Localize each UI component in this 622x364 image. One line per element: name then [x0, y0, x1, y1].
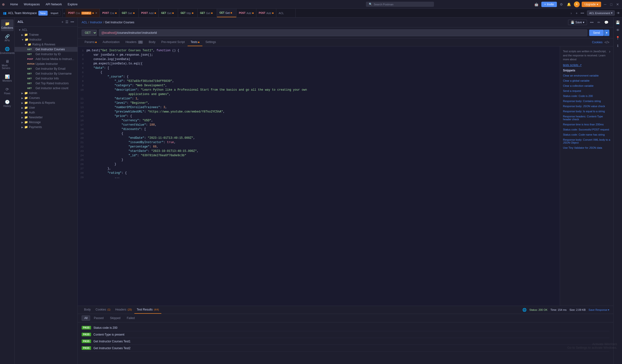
new-button[interactable]: New	[39, 11, 48, 16]
tree-item-get-active-count[interactable]: GET Get instuctor active count	[15, 86, 78, 91]
send-button[interactable]: Send	[589, 30, 604, 36]
tree-item-get-instructor-by-id[interactable]: GET Get Instructor by ID	[15, 52, 78, 57]
tab-1[interactable]: POST Cre	[100, 9, 119, 17]
resp-tab-headers[interactable]: Headers (25)	[113, 306, 134, 314]
sidebar-item-flows[interactable]: ⟳ Flows	[1, 85, 14, 97]
invite-button[interactable]: + Invite	[541, 2, 557, 7]
snippet-body-equal[interactable]: Response body: Is equal to a string	[563, 109, 610, 113]
tree-folder-requests-reports[interactable]: ▶ 📁 Requests & Reports	[15, 100, 78, 105]
env-selector[interactable]: ACL Environment ▾	[587, 10, 615, 16]
eye-icon[interactable]: 👁	[616, 10, 621, 16]
map-pin-icon[interactable]: 📍	[615, 35, 621, 41]
tab-headers[interactable]: Headers (8)	[122, 38, 146, 46]
tab-authorization[interactable]: Authorization	[100, 38, 122, 46]
snippets-expand-button[interactable]: ›	[609, 49, 610, 54]
save-response-button[interactable]: Save Response ▾	[588, 308, 609, 311]
new-tab-icon[interactable]: +	[575, 10, 579, 16]
filter-button[interactable]: ☰	[65, 19, 69, 24]
tree-root-acl[interactable]: ▼ ACL	[15, 27, 78, 32]
more-options-button[interactable]: •••	[70, 19, 75, 24]
snippets-link[interactable]: tests scripts ↗	[563, 63, 582, 67]
save-right-icon[interactable]: 💾	[615, 19, 621, 25]
snippet-status-200[interactable]: Status code: Code is 200	[563, 94, 610, 98]
tab-4[interactable]: GET Get	[159, 9, 178, 17]
tree-item-update-instructor[interactable]: PATCH Update Instructor	[15, 61, 78, 66]
method-select[interactable]: GET	[82, 30, 97, 36]
filter-tab-passed[interactable]: Passed	[91, 315, 106, 321]
tab-close[interactable]: ✕	[95, 12, 97, 14]
maximize-icon[interactable]: □	[609, 1, 613, 7]
tree-folder-instructor[interactable]: ▼ 📁 Instructor	[15, 37, 78, 42]
tab-9[interactable]: POST Add	[256, 9, 276, 17]
copilot-icon[interactable]: 🤖	[533, 1, 539, 7]
bell-icon[interactable]: 🔔	[566, 1, 572, 7]
tree-folder-trainee[interactable]: ▶ 📁 Trainee	[15, 32, 78, 37]
edit-icon[interactable]: ✏	[597, 19, 601, 25]
eye-right-icon[interactable]: 👁	[615, 27, 621, 33]
send-dropdown[interactable]: ▾	[604, 30, 609, 36]
tree-item-get-instructor-courses[interactable]: GET Get Instructor Courses	[15, 47, 78, 52]
snippet-tiny-validator[interactable]: Use Tiny Validator for JSON data	[563, 146, 610, 150]
tab-nav-next[interactable]: ›	[570, 11, 573, 15]
breadcrumb-acl[interactable]: ACL	[82, 21, 87, 24]
tree-item-get-instructor-info[interactable]: GET Get Instructor Info	[15, 76, 78, 81]
filter-tab-failed[interactable]: Failed	[124, 315, 137, 321]
snippet-header-content-type[interactable]: Response headers: Content-Type header ch…	[563, 115, 610, 121]
tree-folder-courses[interactable]: ▶ 📁 Courses	[15, 96, 78, 100]
resp-tab-body[interactable]: Body	[82, 306, 93, 314]
info-icon[interactable]: ℹ	[616, 43, 619, 49]
tab-body[interactable]: Body	[146, 38, 158, 46]
tab-params[interactable]: Params	[82, 38, 100, 46]
search-bar[interactable]: 🔍 Search Postman	[366, 2, 434, 7]
sidebar-item-environments[interactable]: 🌐 Environments	[1, 45, 14, 56]
snippet-body-contains[interactable]: Response body: Contains string	[563, 99, 610, 103]
more-tabs-icon[interactable]: •••	[580, 10, 585, 16]
tab-pre-request[interactable]: Pre-request Script	[158, 38, 188, 46]
snippet-send-request[interactable]: Send a request	[563, 89, 610, 93]
add-item-button[interactable]: +	[61, 19, 64, 24]
menu-home[interactable]: Home	[9, 2, 19, 7]
tab-10[interactable]: ACL	[276, 9, 296, 17]
snippet-status-code-name[interactable]: Status code: Code name has string	[563, 133, 610, 136]
resp-tab-test-results[interactable]: Test Results (4/4)	[134, 306, 161, 314]
tab-3[interactable]: POST Add	[139, 9, 159, 17]
breadcrumb-instructor[interactable]: Instructor	[90, 21, 102, 24]
tree-folder-message[interactable]: ▶ 📁 Message	[15, 120, 78, 125]
menu-workspaces[interactable]: Workspaces	[22, 2, 41, 7]
resp-tab-cookies[interactable]: Cookies (1)	[93, 306, 113, 314]
avatar[interactable]: A	[574, 1, 580, 7]
tab-6[interactable]: GET Get	[197, 9, 217, 17]
tree-folder-user[interactable]: ▶ 📁 User	[15, 105, 78, 110]
import-button[interactable]: Import	[49, 11, 60, 16]
close-icon[interactable]: ✕	[615, 1, 620, 7]
tree-item-get-instructor-by-username[interactable]: GET Get Instructor By Username	[15, 71, 78, 76]
snippet-clear-env[interactable]: Clear an environment variable	[563, 74, 610, 77]
upgrade-button[interactable]: Upgrade ▾	[582, 2, 601, 7]
sidebar-item-collections[interactable]: 📁 Collections	[1, 19, 14, 31]
tab-8[interactable]: POST Add	[236, 9, 256, 17]
minimize-icon[interactable]: ─	[603, 1, 607, 7]
tree-folder-admin[interactable]: ▶ 📁 Admin	[15, 91, 78, 96]
tab-tests[interactable]: Tests	[188, 38, 202, 46]
tab-0[interactable]: POST Cre CONFLI ✕	[66, 9, 100, 17]
tab-7[interactable]: GET Get	[217, 9, 236, 17]
filter-tab-all[interactable]: All	[82, 315, 90, 321]
code-icon[interactable]: </>	[604, 40, 609, 44]
sidebar-item-mock-servers[interactable]: 🖥 Mock Servers	[1, 57, 14, 71]
tree-folder-newsletter[interactable]: ▶ 📁 Newsletter	[15, 115, 78, 120]
menu-explore[interactable]: Explore	[66, 2, 79, 7]
url-input[interactable]: {{localhost}} /courses/instructor/:instr…	[99, 29, 587, 36]
snippet-clear-collection[interactable]: Clear a collection variable	[563, 84, 610, 88]
snippet-response-time[interactable]: Response time is less than 200ms	[563, 122, 610, 126]
filter-tab-skipped[interactable]: Skipped	[107, 315, 123, 321]
tree-folder-payments[interactable]: ▶ 📁 Payments	[15, 125, 78, 130]
tree-folder-auth[interactable]: ▶ 📁 Auth	[15, 110, 78, 115]
snippet-clear-global[interactable]: Clear a global variable	[563, 79, 610, 83]
comment-icon[interactable]: 💬	[603, 19, 609, 25]
tab-settings[interactable]: Settings	[202, 38, 219, 46]
sidebar-item-history[interactable]: 🕐 History	[1, 98, 14, 109]
code-editor[interactable]: 1 pm.test("Get Instructor Courses Test1"…	[78, 46, 560, 306]
more-options-icon[interactable]: •••	[589, 19, 595, 25]
tab-5[interactable]: GET http	[178, 9, 197, 17]
snippet-status-post[interactable]: Status code: Successful POST request	[563, 128, 610, 132]
